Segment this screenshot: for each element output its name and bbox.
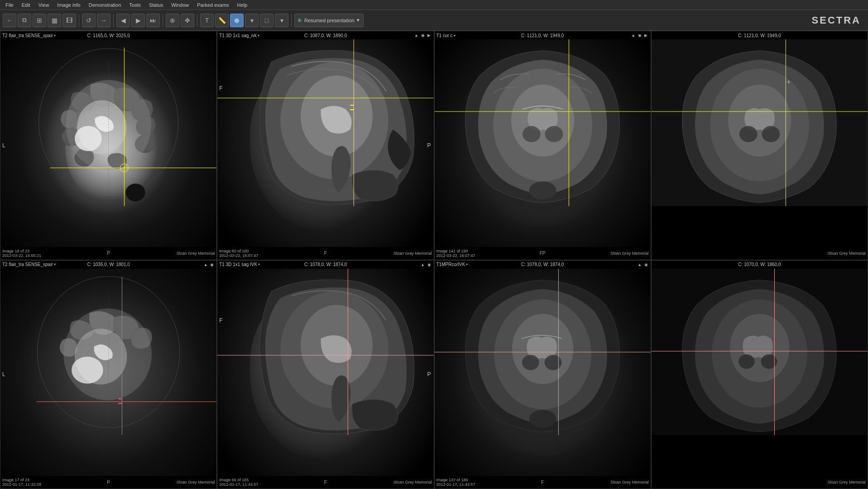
vp-footer-info-bl: Image 17 of 23 2012-01-17, 11:32:09 (2, 478, 41, 487)
vp-institution-tcl: Sloan Grey Memorial (393, 251, 432, 256)
menu-parked-exams[interactable]: Parked exams (193, 1, 232, 9)
vp-dropdown-arrow-bl[interactable]: ▾ (54, 262, 56, 266)
vp-institution-bcl: Sloan Grey Memorial (393, 480, 432, 484)
vp-institution-tr: Sloan Grey Memorial (827, 251, 866, 256)
toolbar-pan-btn[interactable]: ✥ (181, 14, 194, 27)
vp-center-info-bottom-center-left: C: 1078,0, W: 1874,0 (304, 262, 347, 267)
menu-window[interactable]: Window (168, 1, 192, 9)
sep4 (197, 14, 197, 27)
vp-header-top-center-right: T1 cor c ▾ C: 1121,0, W: 1949,0 ▲ ◉ ▶ (435, 31, 651, 39)
toolbar-window-dropdown[interactable]: ▾ (275, 14, 288, 27)
vp-dropdown-arrow-bcr[interactable]: ▾ (466, 262, 468, 266)
brain-svg-tr: + (652, 39, 868, 206)
svg-rect-14 (350, 109, 354, 110)
vp-footer-bottom-right: Sloan Grey Memorial (652, 476, 868, 489)
vp-title-top-center-left[interactable]: T1 3D 1x1 sag_ivk ▾ (219, 33, 259, 38)
vp-footer-bottom-center-right: Image 137 of 180 2012-01-17, 11:43:57 F … (435, 476, 651, 489)
vp-icons-tcl: ▲ ◉ ▶ (414, 33, 432, 38)
vp-header-top-center-left: T1 3D 1x1 sag_ivk ▾ C: 1087,0, W: 1890,0… (217, 31, 433, 39)
vp-label-left-tcl: F (219, 85, 222, 92)
vp-footer-top-center-right: Image 141 of 190 2012-03-22, 16:07:47 FP… (435, 247, 651, 260)
vp-title-top-center-right[interactable]: T1 cor c ▾ (436, 33, 456, 38)
vp-dropdown-arrow[interactable]: ▾ (54, 34, 56, 38)
menu-demonstration[interactable]: Demonstration (85, 1, 125, 9)
toolbar-layout-btn[interactable]: ⊞ (33, 14, 46, 27)
vp-label-left-bl: L (2, 371, 5, 378)
brain-svg-bcr (435, 269, 651, 436)
sectra-logo: SECTRA (812, 15, 865, 26)
vp-title-bottom-left[interactable]: T2 flair_tra SENSE_spair ▾ (2, 262, 56, 267)
vp-center-info-top-right: C: 1121,0, W: 1949,0 (738, 33, 781, 38)
vp-footer-info-tcr: Image 141 of 190 2012-03-22, 16:07:47 (436, 249, 475, 258)
toolbar-rotate-btn[interactable]: ↺ (82, 14, 96, 27)
vp-title-top-left[interactable]: T2 flair_tra SENSE_spair ▾ (2, 33, 56, 38)
vp-icon-bcr-2: ◉ (643, 262, 649, 267)
vp-icon-bl-1: ▲ (203, 262, 208, 267)
menu-image-info[interactable]: Image info (53, 1, 84, 9)
vp-icon-bcr-1: ▲ (637, 262, 643, 267)
vp-icon-tcr-3: ▶ (643, 33, 649, 38)
vp-icon-tcr-1: ▲ (631, 33, 636, 38)
vp-footer-info-bcr: Image 137 of 180 2012-01-17, 11:43:57 (436, 478, 475, 487)
svg-point-26 (762, 126, 780, 142)
vp-title-bottom-center-left[interactable]: T1 3D 1x1 sag IVK ▾ (219, 262, 260, 267)
vp-dropdown-arrow-bcl[interactable]: ▾ (258, 262, 260, 266)
vp-center-info-bottom-right: C: 1070,0, W: 1860,0 (738, 262, 781, 267)
toolbar-crosshair-dropdown[interactable]: ▾ (245, 14, 259, 27)
menu-edit[interactable]: Edit (18, 1, 34, 9)
menu-file[interactable]: File (2, 1, 17, 9)
vp-orientation-bl: P (107, 480, 110, 485)
toolbar-prev-btn[interactable]: ◀ (116, 14, 130, 27)
svg-point-33 (72, 356, 103, 383)
vp-institution-tcr: Sloan Grey Memorial (610, 251, 649, 256)
toolbar-crosshair-btn[interactable]: ⊕ (230, 14, 244, 27)
viewport-bottom-center-left: T1 3D 1x1 sag IVK ▾ C: 1078,0, W: 1874,0… (217, 260, 434, 489)
menu-tools[interactable]: Tools (125, 1, 144, 9)
vp-footer-top-center-left: Image 60 of 160 2012-03-22, 16:07:47 F S… (217, 247, 433, 260)
brain-svg-bl (0, 269, 216, 436)
vp-dropdown-arrow-tcr[interactable]: ▾ (454, 34, 456, 38)
presentation-button[interactable]: Resumed presentation ▾ (294, 14, 364, 27)
vp-orientation-top-left: P (107, 251, 110, 256)
vp-institution-top-left: Sloan Grey Memorial (177, 251, 215, 256)
sep2 (113, 14, 114, 27)
toolbar-zoom-btn[interactable]: ⊕ (166, 14, 179, 27)
vp-dropdown-arrow-tcl[interactable]: ▾ (258, 34, 259, 38)
toolbar-flip-btn[interactable]: ↔ (97, 14, 110, 27)
vp-center-info-top-center-right: C: 1121,0, W: 1949,0 (521, 33, 564, 38)
toolbar-skip-btn[interactable]: ⏭ (146, 14, 160, 27)
sep3 (163, 14, 163, 27)
svg-point-54 (761, 354, 777, 368)
toolbar-text-btn[interactable]: T (200, 14, 214, 27)
toolbar-film-btn[interactable]: 🎞 (62, 14, 76, 27)
vp-orientation-tcl: F (324, 251, 327, 256)
vp-footer-bottom-left: Image 17 of 23 2012-01-17, 11:32:09 P Sl… (0, 476, 216, 489)
svg-rect-13 (350, 105, 354, 106)
presentation-label: Resumed presentation (304, 18, 355, 23)
vp-label-left-top-left: L (2, 142, 5, 149)
viewport-bottom-right: C: 1070,0, W: 1860,0 Sloan Grey Memorial (651, 260, 868, 489)
vp-institution-bl: Sloan Grey Memorial (177, 480, 215, 484)
toolbar-back-btn[interactable]: ← (3, 14, 16, 27)
vp-header-top-left: T2 flair_tra SENSE_spair ▾ C: 1165,0, W:… (0, 31, 216, 39)
toolbar: ← ⧉ ⊞ ▦ 🎞 ↺ ↔ ◀ ▶ ⏭ ⊕ ✥ T 📏 ⊕ ▾ □ ▾ Resu… (0, 10, 868, 31)
svg-rect-38 (118, 403, 122, 404)
vp-institution-br: Sloan Grey Memorial (827, 480, 866, 484)
toolbar-measure-btn[interactable]: 📏 (215, 14, 229, 27)
brain-svg-tcl (217, 39, 433, 206)
menu-help[interactable]: Help (234, 1, 251, 9)
vp-orientation-bcr: F (541, 480, 544, 485)
menu-view[interactable]: View (35, 1, 53, 9)
menu-status[interactable]: Status (145, 1, 167, 9)
toolbar-grid-btn[interactable]: ▦ (48, 14, 61, 27)
toolbar-window-btn[interactable]: □ (260, 14, 273, 27)
vp-title-bottom-center-right[interactable]: T1MPRcorIVK ▾ (436, 262, 468, 267)
vp-footer-info-bcl: Image 66 of 165 2012-01-17, 11:43:57 (219, 478, 258, 487)
viewport-bottom-left: T2 flair_tra SENSE_spair ▾ C: 1036,0, W:… (0, 260, 217, 489)
vp-icon-3: ▶ (427, 33, 432, 38)
vp-header-bottom-right: C: 1070,0, W: 1860,0 (652, 261, 868, 269)
toolbar-next-btn[interactable]: ▶ (131, 14, 145, 27)
vp-label-right-tcl: P (427, 142, 431, 149)
toolbar-copy-btn[interactable]: ⧉ (18, 14, 31, 27)
vp-icon-tcr-2: ◉ (637, 33, 643, 38)
